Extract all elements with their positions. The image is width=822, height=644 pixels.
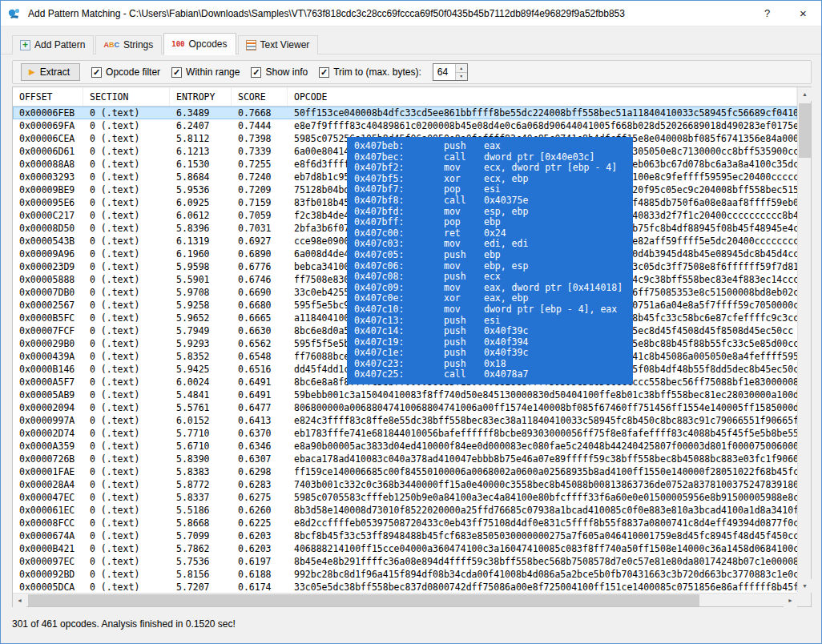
opcodes-icon: 100 bbox=[171, 40, 184, 48]
spinner-up-icon[interactable]: ▲ bbox=[456, 64, 467, 72]
extract-icon: ▶ bbox=[29, 68, 35, 76]
disasm-mnemonic: push bbox=[444, 272, 484, 283]
disasm-mnemonic: mov bbox=[444, 239, 484, 250]
disasm-operands: eax bbox=[484, 141, 633, 152]
table-row[interactable]: 0x0000B4210 (.text)5.78620.6203406888214… bbox=[13, 542, 797, 555]
cell-score: 0.7668 bbox=[232, 107, 288, 119]
tab-text-viewer[interactable]: Text Viewer bbox=[238, 35, 319, 54]
cell-offset: 0x0000674A bbox=[13, 529, 83, 542]
disasm-mnemonic: xor bbox=[444, 174, 484, 185]
table-row[interactable]: 0x0000726B0 (.text)5.83900.6307ebaca178a… bbox=[13, 453, 797, 465]
cell-section: 0 (.text) bbox=[83, 504, 170, 517]
cell-opcode: 806800000a00688047410068804741006a00ff15… bbox=[288, 401, 797, 414]
table-row[interactable]: 0x000092BD0 (.text)5.81560.6188992bc28bc… bbox=[13, 568, 797, 581]
table-row[interactable]: 0x00006FEB0 (.text)6.34890.766850ff153ce… bbox=[13, 107, 797, 119]
table-row[interactable]: 0x00005AB90 (.text)5.48410.649159bebb001… bbox=[13, 388, 797, 401]
scroll-left-icon[interactable]: ◄ bbox=[13, 594, 26, 607]
cell-offset: 0x000095E6 bbox=[13, 196, 83, 209]
cell-score: 0.6746 bbox=[232, 273, 288, 286]
horizontal-scrollbar[interactable]: ◄ ► bbox=[13, 593, 797, 606]
cell-offset: 0x0000A359 bbox=[13, 440, 83, 453]
within-range-checkbox[interactable]: ✓ Within range bbox=[171, 66, 240, 78]
tab-strings[interactable]: ABC Strings bbox=[95, 35, 162, 54]
disasm-address: 0x407c10: bbox=[354, 304, 444, 316]
tab-opcodes[interactable]: 100 Opcodes bbox=[163, 33, 236, 54]
header-score[interactable]: SCORE bbox=[232, 87, 288, 106]
opcode-filter-checkbox[interactable]: ✓ Opcode filter bbox=[91, 66, 160, 78]
table-row[interactable]: 0x000069FA0 (.text)6.24070.7444e8e7f9fff… bbox=[13, 119, 797, 132]
cell-section: 0 (.text) bbox=[83, 414, 170, 427]
cell-opcode: e824c3ffff83c8ffe8e55dc38bff558bec83ec38… bbox=[288, 414, 797, 427]
table-row[interactable]: 0x000061EC0 (.text)5.51860.62608b3d58e14… bbox=[13, 504, 797, 517]
disasm-mnemonic: call bbox=[444, 369, 484, 380]
spinner-down-icon[interactable]: ▼ bbox=[456, 72, 467, 81]
cell-offset: 0x00002D74 bbox=[13, 427, 83, 440]
header-entropy[interactable]: ENTROPY bbox=[170, 87, 232, 106]
scroll-up-icon[interactable]: ▲ bbox=[798, 87, 812, 101]
disasm-operands: dword ptr [ebp - 4], eax bbox=[484, 304, 633, 316]
cell-section: 0 (.text) bbox=[83, 529, 170, 542]
spinner-value: 64 bbox=[433, 64, 455, 80]
table-row[interactable]: 0x00001FAE0 (.text)5.83830.6298ff159ce14… bbox=[13, 465, 797, 478]
vertical-scrollbar[interactable]: ▲ ▼ bbox=[797, 87, 811, 593]
show-info-checkbox[interactable]: ✓ Show info bbox=[251, 66, 308, 78]
cell-offset: 0x0000B421 bbox=[13, 542, 83, 555]
tab-add-pattern[interactable]: + Add Pattern bbox=[12, 35, 94, 54]
table-row[interactable]: 0x0000997A0 (.text)6.01520.6413e824c3fff… bbox=[13, 414, 797, 427]
cell-offset: 0x00002567 bbox=[13, 299, 83, 312]
disasm-address: 0x407c14: bbox=[354, 326, 444, 337]
disasm-address: 0x407bfd: bbox=[354, 207, 444, 218]
trim-bytes-spinner[interactable]: 64 ▲ ▼ bbox=[433, 63, 468, 81]
cell-section: 0 (.text) bbox=[83, 171, 170, 183]
header-section[interactable]: SECTION bbox=[83, 87, 170, 106]
cell-score: 0.6776 bbox=[232, 260, 288, 273]
checkbox-label: Within range bbox=[186, 66, 240, 78]
scroll-right-icon[interactable]: ► bbox=[784, 594, 797, 607]
disasm-address: 0x407c1e: bbox=[354, 348, 444, 359]
table-row[interactable]: 0x00008FCC0 (.text)5.86680.6225e8d2ccfff… bbox=[13, 517, 797, 529]
disasm-address: 0x407bf2: bbox=[354, 163, 444, 174]
cell-section: 0 (.text) bbox=[83, 363, 170, 376]
status-bar: 301 of 461 opcodes. Analysis finished in… bbox=[12, 613, 810, 635]
cell-entropy: 5.6710 bbox=[170, 440, 232, 453]
cell-entropy: 5.8337 bbox=[170, 491, 232, 504]
table-row[interactable]: 0x000028A40 (.text)5.87720.62837403b001c… bbox=[13, 478, 797, 491]
table-row[interactable]: 0x000047EC0 (.text)5.83370.62755985c0705… bbox=[13, 491, 797, 504]
disasm-operands: eax, ebp bbox=[484, 293, 633, 304]
tab-bar: + Add Pattern ABC Strings 100 Opcodes Te… bbox=[1, 27, 821, 54]
help-button[interactable]: ? bbox=[749, 1, 785, 26]
disasm-mnemonic: call bbox=[444, 195, 484, 207]
cell-offset: 0x0000C217 bbox=[13, 209, 83, 222]
cell-offset: 0x00005AB9 bbox=[13, 388, 83, 401]
table-row[interactable]: 0x00002D740 (.text)5.77100.6370eb1783fff… bbox=[13, 427, 797, 440]
cell-score: 0.7444 bbox=[232, 119, 288, 132]
cell-entropy: 5.9258 bbox=[170, 299, 232, 312]
cell-score: 0.7240 bbox=[232, 171, 288, 183]
header-opcode[interactable]: OPCODE bbox=[288, 87, 797, 106]
disasm-mnemonic: push bbox=[444, 337, 484, 348]
disasm-line: 0x407c19:push0x40f394 bbox=[354, 337, 633, 348]
table-row[interactable]: 0x000097EC0 (.text)5.75360.61978b45e4e8b… bbox=[13, 555, 797, 568]
trim-bytes-checkbox[interactable]: ✓ Trim to (max. bytes): bbox=[319, 66, 421, 78]
disasm-address: 0x407bf5: bbox=[354, 174, 444, 185]
table-row[interactable]: 0x000020940 (.text)5.57610.6477806800000… bbox=[13, 401, 797, 414]
disasm-line: 0x407bf7:popesi bbox=[354, 184, 633, 195]
cell-section: 0 (.text) bbox=[83, 158, 170, 171]
tab-label: Strings bbox=[123, 39, 153, 50]
extract-button[interactable]: ▶ Extract bbox=[21, 63, 80, 81]
table-row[interactable]: 0x0000A3590 (.text)5.67100.6346e8a90b000… bbox=[13, 440, 797, 453]
cell-entropy: 5.7710 bbox=[170, 427, 232, 440]
cell-section: 0 (.text) bbox=[83, 132, 170, 145]
table-row[interactable]: 0x00005DCA0 (.text)5.72070.617433c05e5dc… bbox=[13, 581, 797, 593]
header-offset[interactable]: OFFSET bbox=[13, 87, 83, 106]
table-row[interactable]: 0x0000674A0 (.text)5.70990.62038bcf8b45f… bbox=[13, 529, 797, 542]
scroll-down-icon[interactable]: ▼ bbox=[798, 579, 812, 593]
vertical-scroll-thumb[interactable] bbox=[799, 103, 811, 158]
help-icon: ? bbox=[764, 7, 770, 19]
cell-offset: 0x00005DCA bbox=[13, 581, 83, 593]
strings-icon: ABC bbox=[103, 41, 119, 49]
cell-score: 0.6562 bbox=[232, 337, 288, 350]
cell-section: 0 (.text) bbox=[83, 542, 170, 555]
horizontal-scroll-thumb[interactable] bbox=[28, 594, 699, 606]
close-button[interactable]: × bbox=[785, 1, 821, 26]
